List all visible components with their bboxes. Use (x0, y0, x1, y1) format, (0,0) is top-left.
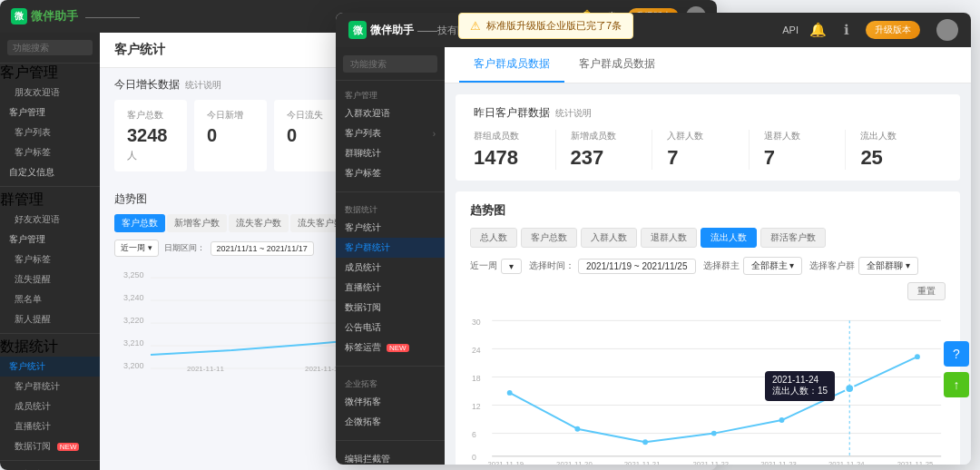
fg-item-expand1[interactable]: 微伴拓客 (336, 392, 445, 412)
fg-ttab-customer-total[interactable]: 客户总数 (521, 228, 577, 248)
fg-ttab-join[interactable]: 入群人数 (581, 228, 637, 248)
fg-metric-churn: 流出人数 25 (846, 130, 942, 170)
bg-filter-week[interactable]: 近一周 ▾ (114, 240, 159, 257)
fg-ttab-total-people[interactable]: 总人数 (470, 228, 517, 248)
bg-menu-member-stat[interactable]: 成员统计 (0, 397, 100, 416)
svg-text:2021-11-22: 2021-11-22 (693, 460, 730, 465)
fg-section-customer-mgmt: 客户管理 (336, 86, 445, 103)
fg-main-content: 客户群成员数据 客户群成员数据 昨日客户群数据 统计说明 群组成员数 1478 … (445, 47, 971, 465)
bg-menu-tag[interactable]: 客户标签 (0, 142, 100, 162)
bg-section-label-3: 数据统计 (0, 338, 100, 357)
fg-item-public-phone[interactable]: 公告电话 (336, 318, 445, 338)
bg-menu-customer-stat[interactable]: 客户统计 (0, 357, 100, 377)
bg-menu-group-mgmt[interactable]: 客户管理 (0, 230, 100, 250)
svg-text:0: 0 (472, 453, 476, 462)
bg-menu-live-stat[interactable]: 直播统计 (0, 416, 100, 436)
bg-tab-total[interactable]: 客户总数 (114, 214, 165, 232)
fg-metric-label-3: 退群人数 (764, 130, 831, 142)
fg-ttab-churn[interactable]: 流出人数 (701, 228, 757, 248)
fg-item-customer-tag[interactable]: 客户标签 (336, 163, 445, 183)
svg-text:2021-11-11: 2021-11-11 (187, 365, 224, 373)
fg-stats-bar: 昨日客户群数据 统计说明 群组成员数 1478 新增成员数 237 入群人数 7… (456, 94, 960, 181)
fg-section-expand: 企业拓客 (336, 375, 445, 392)
bg-stat-new: 今日新增 0 (194, 100, 267, 171)
svg-text:3,200: 3,200 (123, 361, 144, 370)
fg-stats-bar-title: 昨日客户群数据 统计说明 (474, 105, 942, 121)
bg-stat-total-value: 3248 (127, 125, 174, 146)
bg-menu-list[interactable]: 客户列表 (0, 122, 100, 142)
fg-customer-group-select[interactable]: 全部群聊 ▾ (858, 257, 918, 275)
fg-info-icon[interactable]: ℹ (837, 22, 857, 38)
fg-item-cust-stat[interactable]: 客户统计 (336, 218, 445, 238)
bg-menu-data-sub[interactable]: 数据订阅 NEW (0, 436, 100, 456)
fg-titlebar: 微 微伴助手 ——技有限公司 ⚙ | ↻ API 🔔 ℹ 升级版本 (336, 13, 971, 47)
svg-text:18: 18 (472, 374, 481, 383)
fg-item-group-stat[interactable]: 群聊统计 (336, 143, 445, 163)
fg-item-customer-list[interactable]: 客户列表› (336, 123, 445, 143)
fg-filter-date: 选择时间： 2021/11/19 ~ 2021/11/25 (529, 259, 696, 274)
fg-group-owner-select[interactable]: 全部群主 ▾ (743, 257, 803, 275)
bg-menu-newmember[interactable]: 新人提醒 (0, 309, 100, 329)
help-button[interactable]: ? (944, 341, 969, 367)
fg-avatar[interactable] (936, 19, 958, 41)
fg-trend-section: 趋势图 总人数 客户总数 入群人数 退群人数 流出人数 群活客户数 近一周 ▾ … (456, 191, 960, 465)
fg-metric-value-3: 7 (764, 146, 831, 170)
scroll-top-button[interactable]: ↑ (944, 372, 969, 397)
svg-text:24: 24 (472, 346, 481, 355)
svg-text:3,210: 3,210 (123, 338, 144, 348)
fg-item-member-stat[interactable]: 成员统计 (336, 258, 445, 278)
bg-menu-conversation[interactable]: 会话分析› (0, 465, 100, 470)
bg-menu-customer[interactable]: 客户管理 (0, 103, 100, 122)
svg-text:6: 6 (472, 430, 476, 439)
notification-banner: ⚠ 标准版升级版企业版已完了7条 (458, 13, 633, 39)
fg-metric-value-0: 1478 (474, 146, 541, 170)
bg-section-label-1: 客户管理 (0, 64, 100, 83)
bg-tab-lost[interactable]: 流失客户数 (229, 214, 289, 232)
bg-menu-welcome[interactable]: 朋友欢迎语 (0, 83, 100, 103)
bg-filter-date[interactable]: 2021/11/11 ~ 2021/11/17 (211, 241, 314, 256)
bg-title-subtitle: —————— (85, 12, 140, 22)
fg-item-tag-ops[interactable]: 标签运营NEW (336, 338, 445, 357)
fg-metric-value-2: 7 (667, 146, 734, 170)
fg-trend-filters: 近一周 ▾ 选择时间： 2021/11/19 ~ 2021/11/25 选择群主… (470, 257, 946, 300)
fg-filter-group-owner: 选择群主 全部群主 ▾ (703, 257, 803, 275)
fg-tab-group-member-data[interactable]: 客户群成员数据 (459, 47, 564, 83)
fg-reset-button[interactable]: 重置 (907, 282, 946, 300)
fg-filter-time-range: 近一周 ▾ (470, 259, 522, 274)
fg-search-input[interactable] (343, 55, 437, 73)
fg-item-live-stat[interactable]: 直播统计 (336, 278, 445, 298)
bg-menu-custom[interactable]: 自定义信息 (0, 162, 100, 182)
fg-upgrade-button[interactable]: 升级版本 (866, 21, 920, 39)
fg-item-group-stat-active[interactable]: 客户群统计 (336, 238, 445, 258)
fg-metric-label-2: 入群人数 (667, 130, 734, 142)
bg-app-logo: 微 微伴助手 (11, 8, 78, 24)
fg-item-data-sub[interactable]: 数据订阅 (336, 298, 445, 318)
bg-tab-new[interactable]: 新增客户数 (167, 214, 227, 232)
fg-item-expand2[interactable]: 企微拓客 (336, 412, 445, 432)
fg-api-label[interactable]: API (782, 24, 799, 35)
bg-search-bar (0, 33, 100, 64)
fg-date-range[interactable]: 2021/11/19 ~ 2021/11/25 (578, 259, 696, 274)
bg-menu-group-welcome[interactable]: 好友欢迎语 (0, 210, 100, 230)
bg-menu-blacklist[interactable]: 黑名单 (0, 289, 100, 309)
fg-item-intercept[interactable]: 编辑拦截管 (336, 449, 445, 465)
svg-text:2021-11-25: 2021-11-25 (897, 460, 934, 465)
bg-menu-group-loss[interactable]: 流失提醒 (0, 269, 100, 289)
fg-metric-value-4: 25 (860, 146, 927, 170)
bg-menu-group-tag[interactable]: 客户标签 (0, 250, 100, 269)
fg-tab-group-member-data2[interactable]: 客户群成员数据 (564, 47, 670, 83)
fg-time-range-select[interactable]: ▾ (501, 259, 522, 274)
fg-ttab-leave[interactable]: 退群人数 (641, 228, 697, 248)
bg-search-input[interactable] (7, 40, 93, 55)
fg-chart-svg: 30 24 18 12 6 0 (470, 309, 946, 465)
fg-chart-area: 30 24 18 12 6 0 (470, 309, 946, 465)
fg-item-group-welcome[interactable]: 入群欢迎语 (336, 103, 445, 123)
svg-text:3,250: 3,250 (123, 270, 144, 279)
fg-bell-icon[interactable]: 🔔 (808, 22, 828, 38)
bg-app-name: 微伴助手 (31, 8, 78, 24)
warning-icon: ⚠ (470, 19, 481, 33)
fg-ttab-active[interactable]: 群活客户数 (760, 228, 826, 248)
fg-metric-total-members: 群组成员数 1478 (474, 130, 556, 170)
bg-stat-new-value: 0 (207, 125, 254, 146)
bg-menu-group-stat[interactable]: 客户群统计 (0, 377, 100, 397)
